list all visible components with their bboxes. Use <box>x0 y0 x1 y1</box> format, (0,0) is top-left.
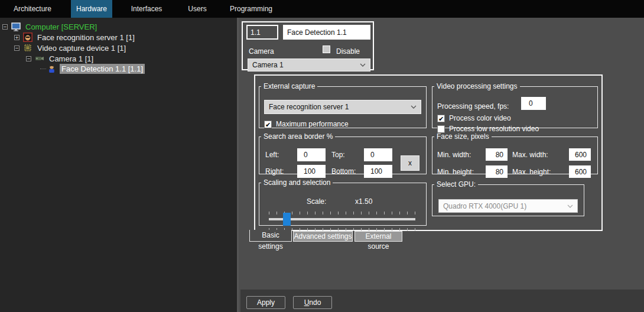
group-title: Face size, pixels <box>434 132 492 141</box>
gpu-select-value: Quadro RTX 4000(GPU 1) <box>443 202 526 210</box>
group-title: Search area border % <box>261 132 335 141</box>
max-width-input[interactable] <box>569 148 591 161</box>
checkbox-label: Process color video <box>449 114 511 122</box>
menu-tab-hardware[interactable]: Hardware <box>71 0 112 18</box>
process-low-resolution-checkbox[interactable]: Process low resolution video <box>437 125 539 133</box>
maximum-performance-checkbox[interactable]: Maximum performance <box>264 120 349 128</box>
apply-button[interactable]: Apply <box>246 296 285 309</box>
top-border-input[interactable] <box>364 148 392 161</box>
search-area-group: Search area border % Left: Top: Right: B… <box>259 132 427 174</box>
external-capture-group: External capture Face recognition server… <box>259 82 427 128</box>
undo-button[interactable]: Undo <box>293 296 332 309</box>
min-width-input[interactable] <box>486 148 508 161</box>
slider-ticks-top <box>269 212 415 214</box>
server-select-value: Face recognition server 1 <box>269 103 349 111</box>
max-height-input[interactable] <box>569 165 591 178</box>
tree-item-face-detection[interactable]: Face Detection 1.1 [1.1] <box>0 63 237 74</box>
right-label: Right: <box>265 167 284 176</box>
scaling-group: Scaling and selection Scale: x1.50 <box>259 178 427 226</box>
tab-advanced-settings[interactable]: Advanced settings <box>293 231 353 242</box>
tree-item-camera[interactable]: Camera 1 [1] <box>0 53 237 64</box>
scale-label: Scale: <box>307 197 326 206</box>
video-processing-group: Video processing settings Processing spe… <box>432 82 598 128</box>
device-tree: Computer [SERVER] Face recognition serve… <box>0 18 239 312</box>
computer-icon <box>11 22 21 31</box>
camera-select-value: Camera 1 <box>252 61 284 69</box>
external-capture-server-select[interactable]: Face recognition server 1 <box>264 100 421 114</box>
chevron-down-icon <box>411 105 417 109</box>
main-menu-bar: Architecture Hardware Interfaces Users P… <box>0 0 644 18</box>
tree-item-label: Face recognition server 1 [1] <box>35 32 136 43</box>
tab-external-source[interactable]: External source <box>354 231 402 242</box>
group-title: Video processing settings <box>434 82 520 90</box>
disable-checkbox[interactable] <box>323 46 330 53</box>
menu-tab-architecture[interactable]: Architecture <box>12 0 53 18</box>
tree-item-label: Camera 1 [1] <box>47 54 95 64</box>
chevron-down-icon <box>360 63 366 67</box>
clear-search-area-button[interactable]: x <box>401 155 419 171</box>
tree-item-computer[interactable]: Computer [SERVER] <box>0 21 237 32</box>
menu-tab-users[interactable]: Users <box>177 0 218 18</box>
group-title: Scaling and selection <box>261 178 333 187</box>
collapse-icon[interactable] <box>2 24 8 30</box>
checkbox-box[interactable] <box>264 121 272 128</box>
action-bar: Apply Undo <box>240 290 644 312</box>
group-title: External capture <box>261 82 317 90</box>
expand-icon[interactable] <box>14 35 19 40</box>
max-width-label: Max. width: <box>512 151 548 159</box>
face-detection-icon <box>47 64 57 73</box>
tree-connector <box>40 69 46 69</box>
object-inspector: Camera Disable Camera 1 <box>242 21 374 70</box>
scale-value: x1.50 <box>355 197 372 206</box>
menu-tab-programming[interactable]: Programming <box>225 0 278 18</box>
processing-speed-label: Processing speed, fps: <box>437 102 509 110</box>
scale-slider-track[interactable] <box>269 218 415 220</box>
bottom-label: Bottom: <box>331 167 356 176</box>
checkbox-box[interactable] <box>437 115 445 122</box>
chevron-down-icon <box>567 204 573 208</box>
collapse-icon[interactable] <box>14 46 19 51</box>
group-title: Select GPU: <box>434 180 478 188</box>
min-height-label: Min. height: <box>437 168 474 176</box>
undo-label-rest: ndo <box>309 298 321 307</box>
disable-label: Disable <box>336 47 360 56</box>
tree-item-video-device[interactable]: Video capture device 1 [1] <box>0 43 237 53</box>
tab-basic-settings[interactable]: Basic settings <box>249 230 292 242</box>
tree-item-face-server[interactable]: Face recognition server 1 [1] <box>0 32 237 43</box>
tree-item-label: Face Detection 1.1 [1.1] <box>60 64 145 74</box>
checkbox-box[interactable] <box>437 125 445 133</box>
collapse-icon[interactable] <box>26 56 31 61</box>
processing-speed-input[interactable] <box>521 97 546 110</box>
gpu-select[interactable]: Quadro RTX 4000(GPU 1) <box>438 199 578 213</box>
menu-tab-interfaces[interactable]: Interfaces <box>126 0 167 18</box>
checkbox-label: Maximum performance <box>276 120 349 128</box>
min-width-label: Min. width: <box>437 151 471 159</box>
max-height-label: Max. height: <box>512 168 551 176</box>
chip-icon <box>23 43 32 53</box>
bottom-border-input[interactable] <box>364 165 392 178</box>
select-gpu-group: Select GPU: Quadro RTX 4000(GPU 1) <box>432 180 584 216</box>
checkbox-box[interactable] <box>323 46 330 53</box>
tree-item-label: Video capture device 1 [1] <box>35 43 128 53</box>
process-color-video-checkbox[interactable]: Process color video <box>437 114 511 122</box>
object-name-field[interactable] <box>283 25 370 40</box>
camera-label: Camera <box>249 47 274 56</box>
left-label: Left: <box>265 151 279 159</box>
top-label: Top: <box>331 151 345 159</box>
camera-icon <box>35 55 44 62</box>
checkbox-label: Process low resolution video <box>449 125 539 133</box>
settings-panel: External capture Face recognition server… <box>254 74 603 231</box>
right-border-input[interactable] <box>297 165 326 178</box>
face-server-icon <box>23 32 32 42</box>
left-border-input[interactable] <box>297 148 326 161</box>
undo-accelerator: U <box>304 298 310 307</box>
camera-select[interactable]: Camera 1 <box>248 58 370 72</box>
tree-item-label: Computer [SERVER] <box>24 22 99 32</box>
object-id-field[interactable] <box>246 25 278 40</box>
face-size-group: Face size, pixels Min. width: Max. width… <box>432 132 598 174</box>
scale-slider-thumb[interactable] <box>283 213 291 226</box>
min-height-input[interactable] <box>486 165 508 178</box>
